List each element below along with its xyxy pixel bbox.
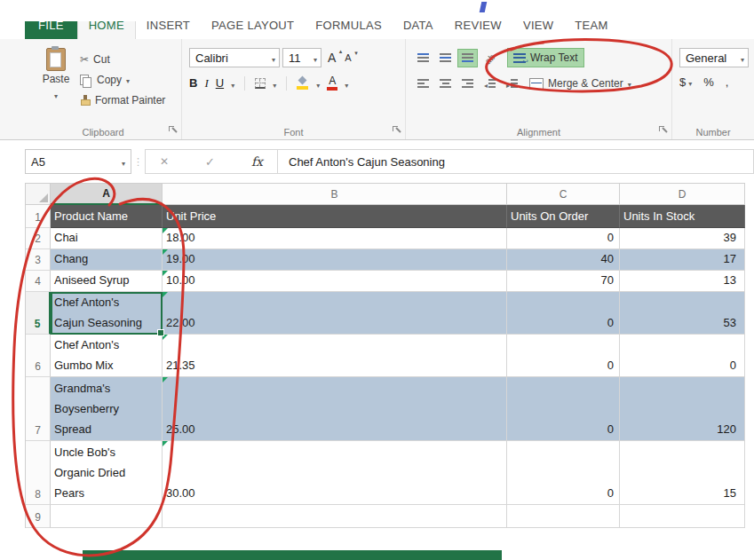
column-header-a[interactable]: A (51, 184, 163, 205)
cell-on-order[interactable]: 0 (507, 292, 620, 335)
increase-indent-button[interactable] (502, 75, 522, 93)
cell-on-order[interactable]: 0 (507, 228, 620, 249)
cell-on-order[interactable]: 0 (507, 335, 620, 377)
cell-product[interactable]: Grandma's Boysenberry Spread (51, 377, 163, 441)
wrap-text-button[interactable]: Wrap Text (507, 48, 584, 67)
cell-product[interactable]: Uncle Bob's Organic Dried Pears (51, 441, 163, 505)
insert-function-icon[interactable]: fx (251, 154, 263, 169)
tab-team[interactable]: TEAM (564, 21, 618, 39)
cell-price[interactable]: 18.00 (163, 228, 507, 249)
chevron-down-icon[interactable] (737, 52, 744, 64)
column-header-d[interactable]: D (620, 184, 745, 205)
cell-on-order[interactable]: 0 (507, 441, 620, 505)
paste-dropdown-arrow-icon[interactable] (54, 87, 58, 101)
row-header[interactable]: 2 (26, 228, 51, 249)
row-header[interactable]: 8 (26, 441, 51, 505)
tab-data[interactable]: DATA (393, 21, 444, 39)
cancel-icon[interactable]: ✕ (160, 155, 169, 168)
underline-button[interactable]: U (216, 76, 224, 90)
cell-on-order[interactable]: 70 (507, 271, 620, 292)
cut-button[interactable]: Cut (80, 51, 165, 67)
orientation-button[interactable] (480, 49, 500, 67)
cell-price[interactable]: 25.00 (163, 377, 507, 441)
cell-in-stock[interactable]: 15 (620, 441, 745, 505)
cell-in-stock[interactable]: 120 (620, 377, 745, 441)
merge-center-button[interactable]: Merge & Center (529, 74, 631, 93)
formula-input[interactable]: Chef Anton's Cajun Seasoning (278, 149, 754, 174)
font-size-combobox[interactable]: 11 (282, 48, 321, 67)
row-header[interactable]: 4 (26, 271, 51, 292)
cell-in-stock[interactable] (620, 505, 745, 528)
paste-button[interactable]: Paste (32, 48, 80, 122)
cell-product[interactable]: Chef Anton's Gumbo Mix (51, 335, 163, 377)
row-header[interactable]: 9 (26, 505, 51, 528)
fill-color-icon[interactable] (297, 77, 309, 90)
column-header-b[interactable]: B (163, 184, 507, 205)
tab-file[interactable]: FILE (25, 21, 77, 39)
cell-in-stock[interactable]: 0 (620, 335, 745, 377)
copy-dropdown-arrow-icon[interactable] (126, 75, 130, 85)
align-right-button[interactable] (457, 75, 478, 93)
tab-formulas[interactable]: FORMULAS (305, 21, 393, 39)
increase-font-size-button[interactable]: A (328, 51, 342, 65)
cell-in-stock[interactable]: 53 (620, 292, 745, 335)
cell-in-stock[interactable]: 13 (620, 271, 745, 292)
font-color-dropdown-arrow-icon[interactable] (345, 76, 348, 91)
align-top-button[interactable] (413, 49, 433, 67)
dialog-launcher-icon[interactable] (393, 126, 401, 134)
row-header[interactable]: 6 (26, 335, 51, 377)
cell-product[interactable]: Chai (51, 228, 163, 249)
borders-icon[interactable] (255, 78, 266, 89)
cell-product[interactable]: Chang (51, 249, 163, 271)
chevron-down-icon[interactable] (310, 52, 317, 64)
cell-price[interactable]: 19.00 (163, 249, 507, 271)
name-box-dropdown-arrow-icon[interactable] (122, 156, 125, 168)
cell-on-order[interactable]: 0 (507, 377, 620, 441)
row-header[interactable]: 1 (26, 205, 51, 228)
row-header-selected[interactable]: 5 (26, 292, 51, 335)
tab-home[interactable]: HOME (77, 21, 136, 39)
font-color-icon[interactable]: A (327, 75, 337, 91)
formula-bar-drag-handle-icon[interactable] (131, 156, 145, 168)
fill-color-dropdown-arrow-icon[interactable] (316, 76, 320, 91)
cell-product-header[interactable]: Product Name (51, 205, 163, 228)
dialog-launcher-icon[interactable] (169, 126, 177, 134)
bold-button[interactable]: B (189, 76, 197, 90)
select-all-corner[interactable] (26, 184, 51, 205)
chevron-down-icon[interactable] (268, 52, 275, 64)
currency-dropdown-arrow-icon[interactable] (688, 76, 692, 88)
cell-price-header[interactable]: Unit Price (163, 205, 507, 228)
align-left-button[interactable] (413, 75, 433, 93)
cell-on-order-header[interactable]: Units On Order (507, 205, 620, 228)
decrease-font-size-button[interactable]: A (345, 52, 357, 63)
active-cell-a5[interactable]: Chef Anton's Cajun Seasoning (51, 292, 163, 335)
tab-view[interactable]: VIEW (512, 21, 564, 39)
align-bottom-button[interactable] (457, 49, 478, 67)
number-format-combobox[interactable]: General (679, 48, 749, 67)
cell-on-order[interactable]: 40 (507, 249, 620, 271)
align-middle-button[interactable] (435, 49, 456, 67)
cell-price[interactable] (163, 505, 507, 528)
cell-price[interactable]: 10.00 (163, 271, 507, 292)
dialog-launcher-icon[interactable] (659, 126, 667, 134)
row-header[interactable]: 3 (26, 249, 51, 271)
font-name-combobox[interactable]: Calibri (189, 48, 280, 67)
format-painter-button[interactable]: Format Painter (80, 91, 165, 108)
row-header[interactable]: 7 (26, 377, 51, 441)
align-center-button[interactable] (435, 75, 456, 93)
borders-dropdown-arrow-icon[interactable] (273, 76, 276, 91)
cell-on-order[interactable] (507, 505, 620, 528)
cell-in-stock[interactable]: 17 (620, 249, 745, 271)
italic-button[interactable]: I (204, 76, 208, 91)
percent-format-button[interactable]: % (703, 75, 714, 89)
cell-product[interactable]: Aniseed Syrup (51, 271, 163, 292)
cell-in-stock[interactable]: 39 (620, 228, 745, 249)
column-header-c[interactable]: C (507, 184, 620, 205)
tab-review[interactable]: REVIEW (444, 21, 512, 39)
decrease-indent-button[interactable] (480, 75, 500, 93)
cell-price[interactable]: 21.35 (163, 335, 507, 377)
tab-insert[interactable]: INSERT (136, 21, 201, 39)
currency-format-button[interactable]: $ (679, 75, 692, 89)
merge-center-dropdown-arrow-icon[interactable] (628, 78, 631, 89)
underline-dropdown-arrow-icon[interactable] (231, 76, 234, 91)
